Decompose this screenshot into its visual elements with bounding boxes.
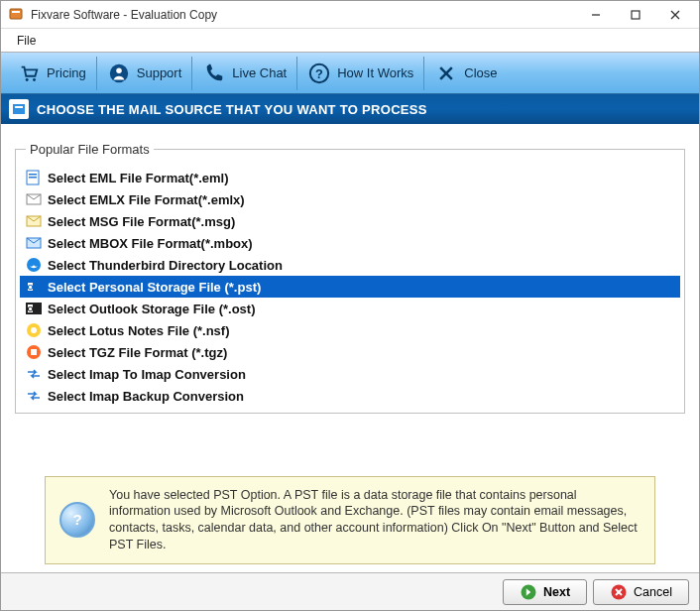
support-label: Support bbox=[137, 65, 182, 80]
eml-icon bbox=[26, 170, 42, 185]
pst-icon: O bbox=[26, 279, 42, 295]
live-chat-button[interactable]: Live Chat bbox=[192, 57, 297, 90]
nsf-icon bbox=[26, 322, 42, 338]
svg-point-9 bbox=[116, 67, 122, 73]
svg-rect-15 bbox=[15, 106, 23, 108]
imap2imap-icon bbox=[26, 366, 42, 382]
svg-rect-32 bbox=[31, 349, 37, 355]
cancel-button[interactable]: Cancel bbox=[593, 579, 689, 605]
format-item-nsf[interactable]: Select Lotus Notes File (*.nsf) bbox=[20, 319, 680, 341]
phone-icon bbox=[202, 61, 226, 85]
info-icon: ? bbox=[59, 502, 95, 538]
footer: Next Cancel bbox=[1, 572, 699, 610]
formats-group: Popular File Formats Select EML File For… bbox=[15, 142, 685, 414]
emlx-icon bbox=[26, 191, 42, 207]
toolbar-close-label: Close bbox=[464, 65, 497, 80]
format-item-thunderbird[interactable]: Select Thunderbird Directory Location bbox=[20, 254, 680, 276]
format-item-label: Select Imap To Imap Conversion bbox=[48, 367, 246, 382]
close-button[interactable] bbox=[655, 3, 695, 27]
svg-rect-18 bbox=[29, 177, 37, 179]
mbox-icon bbox=[26, 235, 42, 251]
info-text: You have selected PST Option. A PST file… bbox=[109, 487, 641, 554]
format-item-label: Select Personal Storage File (*.pst) bbox=[48, 280, 261, 295]
format-item-label: Select Imap Backup Conversion bbox=[48, 389, 244, 404]
svg-rect-3 bbox=[632, 11, 640, 19]
tgz-icon bbox=[26, 344, 42, 360]
info-panel: ? You have selected PST Option. A PST fi… bbox=[45, 476, 655, 565]
how-it-works-label: How It Works bbox=[337, 65, 413, 80]
svg-text:O: O bbox=[27, 283, 33, 292]
svg-rect-1 bbox=[12, 11, 20, 13]
how-it-works-button[interactable]: ? How It Works bbox=[297, 57, 424, 90]
format-item-ost[interactable]: O Select Outlook Storage File (*.ost) bbox=[20, 298, 680, 319]
maximize-button[interactable] bbox=[616, 3, 655, 27]
thunderbird-icon bbox=[26, 257, 42, 273]
format-item-label: Select Outlook Storage File (*.ost) bbox=[48, 302, 255, 316]
format-item-mbox[interactable]: Select MBOX File Format(*.mbox) bbox=[20, 232, 680, 254]
pricing-label: Pricing bbox=[47, 65, 86, 80]
format-item-pst[interactable]: O Select Personal Storage File (*.pst) bbox=[20, 276, 680, 298]
toolbar: Pricing Support Live Chat ? How It Works… bbox=[1, 53, 699, 94]
ost-icon: O bbox=[26, 301, 42, 316]
menubar: File bbox=[1, 29, 699, 53]
cancel-label: Cancel bbox=[634, 585, 672, 599]
format-item-label: Select MBOX File Format(*.mbox) bbox=[48, 236, 253, 251]
close-icon bbox=[434, 61, 458, 85]
formats-legend: Popular File Formats bbox=[26, 142, 154, 157]
headset-icon bbox=[107, 61, 131, 85]
cart-icon bbox=[17, 61, 41, 85]
source-icon bbox=[9, 99, 29, 119]
format-item-imap2imap[interactable]: Select Imap To Imap Conversion bbox=[20, 363, 680, 385]
next-button[interactable]: Next bbox=[503, 579, 587, 605]
format-item-emlx[interactable]: Select EMLX File Format(*.emlx) bbox=[20, 188, 680, 210]
toolbar-close-button[interactable]: Close bbox=[424, 57, 507, 90]
imapbackup-icon bbox=[26, 388, 42, 404]
format-item-imapbackup[interactable]: Select Imap Backup Conversion bbox=[20, 385, 680, 407]
window-title: Fixvare Software - Evaluation Copy bbox=[31, 8, 576, 22]
content-area: Popular File Formats Select EML File For… bbox=[1, 124, 699, 572]
svg-text:?: ? bbox=[72, 511, 81, 528]
format-item-eml[interactable]: Select EML File Format(*.eml) bbox=[20, 167, 680, 188]
live-chat-label: Live Chat bbox=[232, 65, 287, 80]
titlebar: Fixvare Software - Evaluation Copy bbox=[1, 1, 699, 29]
next-arrow-icon bbox=[520, 583, 537, 601]
svg-rect-0 bbox=[10, 9, 22, 19]
format-item-label: Select Thunderbird Directory Location bbox=[48, 258, 283, 273]
next-label: Next bbox=[543, 585, 570, 599]
svg-text:?: ? bbox=[315, 65, 323, 80]
format-item-label: Select EMLX File Format(*.emlx) bbox=[48, 192, 245, 207]
menu-file[interactable]: File bbox=[11, 32, 42, 50]
section-title-bar: CHOOSE THE MAIL SOURCE THAT YOU WANT TO … bbox=[1, 94, 699, 124]
svg-rect-14 bbox=[13, 104, 25, 114]
pricing-button[interactable]: Pricing bbox=[7, 57, 97, 90]
format-item-label: Select TGZ File Format (*.tgz) bbox=[48, 345, 227, 360]
window-controls bbox=[576, 3, 695, 27]
svg-text:O: O bbox=[27, 305, 33, 313]
format-item-tgz[interactable]: Select TGZ File Format (*.tgz) bbox=[20, 341, 680, 363]
svg-point-7 bbox=[33, 77, 36, 80]
svg-point-6 bbox=[26, 77, 29, 80]
section-title-label: CHOOSE THE MAIL SOURCE THAT YOU WANT TO … bbox=[37, 102, 427, 117]
question-icon: ? bbox=[307, 61, 331, 85]
app-icon bbox=[9, 7, 25, 23]
svg-point-30 bbox=[31, 327, 37, 333]
support-button[interactable]: Support bbox=[97, 57, 193, 90]
format-item-label: Select MSG File Format(*.msg) bbox=[48, 214, 235, 229]
format-item-msg[interactable]: Select MSG File Format(*.msg) bbox=[20, 210, 680, 232]
format-item-label: Select EML File Format(*.eml) bbox=[48, 171, 229, 185]
svg-rect-17 bbox=[29, 174, 37, 176]
format-item-label: Select Lotus Notes File (*.nsf) bbox=[48, 323, 229, 338]
msg-icon bbox=[26, 213, 42, 229]
minimize-button[interactable] bbox=[576, 3, 616, 27]
cancel-icon bbox=[610, 583, 628, 601]
